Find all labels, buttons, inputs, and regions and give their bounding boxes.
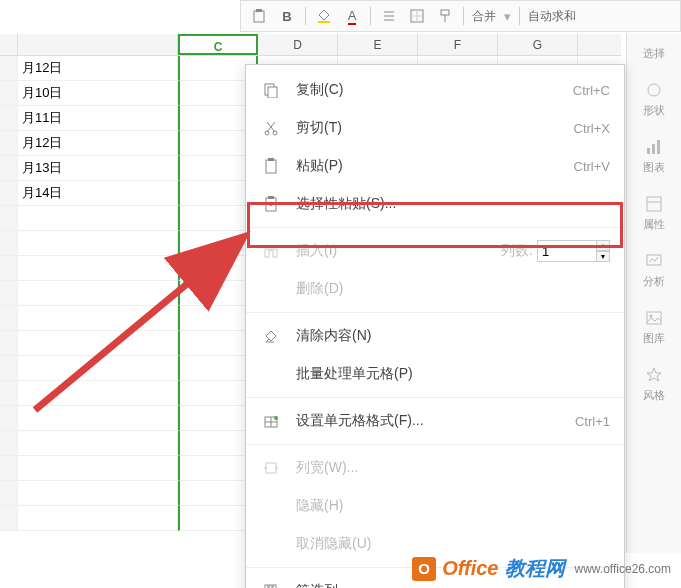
svg-rect-21 <box>268 196 274 199</box>
clear-icon <box>260 325 282 347</box>
side-shape[interactable]: 形状 <box>643 79 665 118</box>
mini-toolbar: B A 合并 ▾ 自动求和 <box>240 0 681 32</box>
menu-colwidth[interactable]: 列宽(W)... <box>246 449 624 487</box>
col-header-d[interactable]: D <box>258 34 338 55</box>
menu-cut[interactable]: 剪切(T) Ctrl+X <box>246 109 624 147</box>
svg-rect-1 <box>256 9 262 12</box>
watermark-text2: 教程网 <box>505 555 565 582</box>
menu-paste-special[interactable]: 选择性粘贴(S)... <box>246 185 624 223</box>
menu-separator <box>246 227 624 228</box>
side-style[interactable]: 风格 <box>643 364 665 403</box>
paste-icon[interactable] <box>249 6 269 26</box>
svg-rect-6 <box>647 148 650 154</box>
side-gallery[interactable]: 图库 <box>643 307 665 346</box>
gallery-icon <box>643 307 665 329</box>
cols-label: 列数: <box>501 242 533 260</box>
separator <box>463 7 464 25</box>
menu-paste[interactable]: 粘贴(P) Ctrl+V <box>246 147 624 185</box>
menu-delete[interactable]: 删除(D) <box>246 270 624 308</box>
svg-rect-18 <box>266 160 276 173</box>
column-headers: C D E F G <box>0 34 621 56</box>
align-icon[interactable] <box>379 6 399 26</box>
spin-up[interactable]: ▲ <box>596 240 610 251</box>
menu-format[interactable]: 设置单元格格式(F)... Ctrl+1 <box>246 402 624 440</box>
col-header-c[interactable]: C <box>178 34 258 55</box>
svg-rect-23 <box>273 249 277 257</box>
spin-down[interactable]: ▼ <box>596 251 610 262</box>
menu-separator <box>246 444 624 445</box>
svg-rect-22 <box>265 249 269 257</box>
delete-icon <box>260 278 282 300</box>
svg-rect-9 <box>647 197 661 211</box>
separator <box>519 7 520 25</box>
svg-rect-2 <box>318 21 330 23</box>
style-icon <box>643 364 665 386</box>
hide-icon <box>260 495 282 517</box>
menu-separator <box>246 312 624 313</box>
svg-rect-0 <box>254 11 264 22</box>
menu-batch[interactable]: 批量处理单元格(P) <box>246 355 624 393</box>
menu-insert[interactable]: 插入(I) 列数: ▲▼ <box>246 232 624 270</box>
col-header-e[interactable]: E <box>338 34 418 55</box>
svg-rect-20 <box>266 198 276 211</box>
side-panel: 选择 形状 图表 属性 分析 图库 风格 <box>626 34 681 553</box>
property-icon <box>643 193 665 215</box>
svg-point-5 <box>648 84 660 96</box>
svg-rect-4 <box>441 10 449 15</box>
side-chart[interactable]: 图表 <box>643 136 665 175</box>
svg-rect-19 <box>268 158 274 161</box>
side-property[interactable]: 属性 <box>643 193 665 232</box>
col-header-f[interactable]: F <box>418 34 498 55</box>
menu-separator <box>246 397 624 398</box>
format-painter-icon[interactable] <box>435 6 455 26</box>
svg-rect-8 <box>657 140 660 154</box>
svg-point-25 <box>274 416 278 420</box>
watermark-logo: O <box>412 557 436 581</box>
cols-spinner[interactable]: ▲▼ <box>596 240 610 262</box>
menu-clear[interactable]: 清除内容(N) <box>246 317 624 355</box>
fill-color-icon[interactable] <box>314 6 334 26</box>
colwidth-icon <box>260 457 282 479</box>
dropdown-icon[interactable]: ▾ <box>504 9 511 24</box>
unhide-icon <box>260 533 282 555</box>
watermark: O Office教程网 www.office26.com <box>412 555 671 582</box>
watermark-text1: Office <box>442 557 498 580</box>
separator <box>370 7 371 25</box>
svg-rect-11 <box>647 312 661 324</box>
watermark-url: www.office26.com <box>575 562 672 576</box>
corner-cell[interactable] <box>0 34 18 55</box>
context-menu: 复制(C) Ctrl+C 剪切(T) Ctrl+X 粘贴(P) Ctrl+V 选… <box>245 64 625 588</box>
insert-icon <box>260 240 282 262</box>
bold-icon[interactable]: B <box>277 6 297 26</box>
paste-icon <box>260 155 282 177</box>
font-color-icon[interactable]: A <box>342 6 362 26</box>
cut-icon <box>260 117 282 139</box>
shape-icon <box>643 79 665 101</box>
chart-icon <box>643 136 665 158</box>
merge-label[interactable]: 合并 <box>472 8 496 25</box>
menu-copy[interactable]: 复制(C) Ctrl+C <box>246 71 624 109</box>
svg-rect-7 <box>652 144 655 154</box>
filter-icon <box>260 580 282 588</box>
border-icon[interactable] <box>407 6 427 26</box>
svg-point-12 <box>650 315 653 318</box>
col-header-a[interactable] <box>18 34 178 55</box>
separator <box>305 7 306 25</box>
copy-icon <box>260 79 282 101</box>
side-analysis[interactable]: 分析 <box>643 250 665 289</box>
svg-rect-26 <box>266 463 276 473</box>
cols-input[interactable] <box>537 240 597 262</box>
format-icon <box>260 410 282 432</box>
svg-rect-15 <box>268 87 277 98</box>
autosum-label[interactable]: 自动求和 <box>528 8 576 25</box>
col-header-g[interactable]: G <box>498 34 578 55</box>
batch-icon <box>260 363 282 385</box>
side-select[interactable]: 选择 <box>643 46 665 61</box>
svg-marker-13 <box>647 368 661 381</box>
paste-special-icon <box>260 193 282 215</box>
analysis-icon <box>643 250 665 272</box>
menu-hide[interactable]: 隐藏(H) <box>246 487 624 525</box>
